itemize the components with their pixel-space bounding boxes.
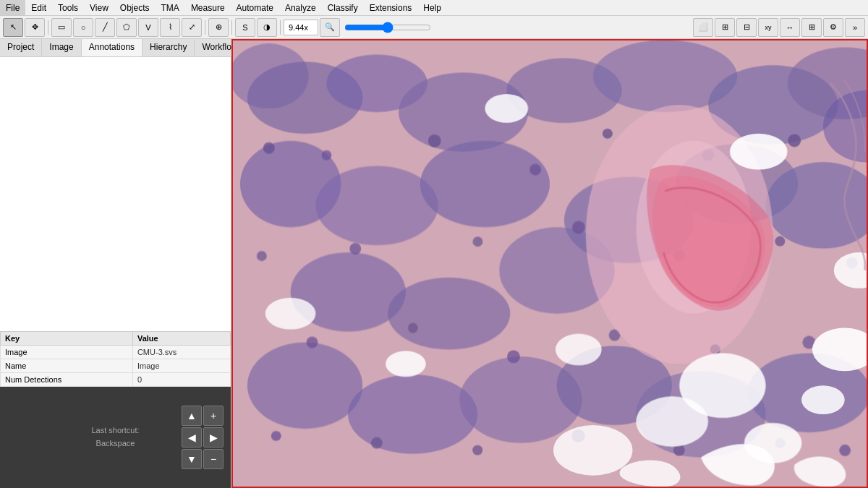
table-row: ImageCMU-3.svs <box>1 346 231 359</box>
svg-point-33 <box>472 236 482 247</box>
line-tool[interactable]: ╱ <box>95 18 115 37</box>
svg-point-58 <box>636 396 708 447</box>
rectangle-tool[interactable]: ▭ <box>51 18 72 37</box>
overlay-btn[interactable]: ⊞ <box>715 18 735 37</box>
main-area: Project Image Annotations Hierarchy Work… <box>0 39 868 488</box>
pointer-tool[interactable]: ↖ <box>3 18 23 37</box>
zoom-out-nav-btn[interactable]: − <box>203 449 224 469</box>
brightness-tool[interactable]: ◑ <box>257 18 277 37</box>
svg-point-46 <box>472 445 482 455</box>
svg-point-25 <box>321 150 331 160</box>
svg-point-19 <box>348 374 477 454</box>
annotation-area <box>0 57 231 331</box>
svg-point-60 <box>553 425 633 476</box>
menu-file[interactable]: File <box>0 0 25 15</box>
toolbar-separator-4 <box>280 20 281 35</box>
svg-point-10 <box>315 166 438 246</box>
shortcut-label: Last shortcut: <box>91 426 139 435</box>
more-btn[interactable]: » <box>845 18 865 37</box>
menu-tma[interactable]: TMA <box>156 0 185 15</box>
polygon-tool[interactable]: ⬠ <box>116 18 137 37</box>
nav-controls: + ▲ ◀ ▶ − ▼ <box>182 406 224 469</box>
menu-analyze[interactable]: Analyze <box>279 0 322 15</box>
menu-measure[interactable]: Measure <box>185 0 231 15</box>
properties-table: Key Value ImageCMU-3.svsNameImageNum Det… <box>0 331 231 387</box>
svg-point-56 <box>801 385 845 414</box>
pan-tool[interactable]: ✥ <box>25 18 45 37</box>
toolbar-separator-2 <box>205 20 205 35</box>
toolbar: ↖ ✥ ▭ ○ ╱ ⬠ V ⌇ ⤢ ⊕ S ◑ 9.44x 🔍 ⬜ ⊞ ⊟ xy… <box>0 16 868 39</box>
wand-tool[interactable]: V <box>138 18 158 37</box>
svg-point-38 <box>307 337 318 348</box>
menu-extensions[interactable]: Extensions <box>364 0 418 15</box>
svg-point-28 <box>603 129 613 139</box>
svg-point-62 <box>265 298 316 330</box>
nav-right-btn[interactable]: ▶ <box>203 427 224 448</box>
grid-btn[interactable]: ⊞ <box>801 18 822 37</box>
menu-classify[interactable]: Classify <box>322 0 364 15</box>
tab-project[interactable]: Project <box>0 39 42 56</box>
zoom-icon[interactable]: 🔍 <box>320 18 340 37</box>
tab-image[interactable]: Image <box>42 39 81 56</box>
properties-body: ImageCMU-3.svsNameImageNum Detections0 <box>1 346 231 387</box>
histology-image <box>233 40 867 487</box>
svg-point-36 <box>775 236 786 247</box>
svg-point-13 <box>388 278 510 350</box>
menu-objects[interactable]: Objects <box>114 0 156 15</box>
menu-view[interactable]: View <box>84 0 114 15</box>
s-tool[interactable]: S <box>235 18 255 37</box>
table-row: Num Detections0 <box>1 373 231 387</box>
svg-point-61 <box>485 94 528 123</box>
prop-key: Image <box>1 346 133 359</box>
nav-left-btn[interactable]: ◀ <box>182 427 202 448</box>
toolbar-right: ⬜ ⊞ ⊟ xy ↔ ⊞ ⚙ » <box>693 18 865 37</box>
col-value-header: Value <box>132 332 230 346</box>
measure-ruler-btn[interactable]: ↔ <box>780 18 800 37</box>
svg-point-24 <box>263 142 275 154</box>
svg-point-32 <box>349 243 361 254</box>
prop-value: Image <box>132 359 230 373</box>
navigation-panel: Last shortcut: Backspace + ▲ ◀ ▶ − ▼ <box>0 387 231 488</box>
menubar: File Edit Tools View Objects TMA Measure… <box>0 0 868 16</box>
split-tool[interactable]: ⊕ <box>208 18 229 37</box>
menu-edit[interactable]: Edit <box>25 0 52 15</box>
prop-value: 0 <box>132 373 230 387</box>
zoom-slider-container <box>344 22 431 33</box>
menu-help[interactable]: Help <box>417 0 447 15</box>
svg-point-63 <box>386 351 426 377</box>
tab-hierarchy[interactable]: Hierarchy <box>142 39 195 56</box>
svg-point-18 <box>247 343 362 429</box>
image-viewport[interactable] <box>231 39 868 488</box>
ellipse-tool[interactable]: ○ <box>73 18 93 37</box>
tab-annotations[interactable]: Annotations <box>82 39 142 56</box>
nav-down-btn[interactable]: ▼ <box>182 449 202 469</box>
svg-point-65 <box>233 43 309 108</box>
svg-point-44 <box>271 431 281 441</box>
menu-tools[interactable]: Tools <box>52 0 84 15</box>
svg-point-31 <box>257 251 267 261</box>
shortcut-display: Last shortcut: Backspace <box>91 424 139 450</box>
svg-point-27 <box>529 164 541 176</box>
settings-btn[interactable]: ⚙ <box>823 18 843 37</box>
nav-up-btn[interactable]: ▲ <box>182 406 202 426</box>
zoom-display: 9.44x <box>284 20 318 35</box>
svg-point-53 <box>730 134 788 170</box>
svg-point-64 <box>556 334 602 366</box>
points-tool[interactable]: ⌇ <box>160 18 180 37</box>
mini-viewer-btn[interactable]: ⊟ <box>736 18 757 37</box>
svg-point-30 <box>788 134 801 147</box>
svg-point-45 <box>371 437 383 449</box>
toolbar-separator-3 <box>231 20 232 35</box>
left-panel: Project Image Annotations Hierarchy Work… <box>0 39 231 488</box>
svg-point-40 <box>507 350 520 363</box>
prop-value: CMU-3.svs <box>132 346 230 359</box>
col-key-header: Key <box>1 332 133 346</box>
shortcut-value: Backspace <box>96 439 135 448</box>
menu-automate[interactable]: Automate <box>231 0 279 15</box>
coordinates-btn[interactable]: xy <box>758 18 778 37</box>
properties-section: Key Value ImageCMU-3.svsNameImageNum Det… <box>0 331 231 387</box>
zoom-in-nav-btn[interactable]: + <box>203 406 224 426</box>
zoom-slider[interactable] <box>344 22 431 33</box>
transform-tool[interactable]: ⤢ <box>182 18 202 37</box>
detection-display-btn[interactable]: ⬜ <box>693 18 713 37</box>
